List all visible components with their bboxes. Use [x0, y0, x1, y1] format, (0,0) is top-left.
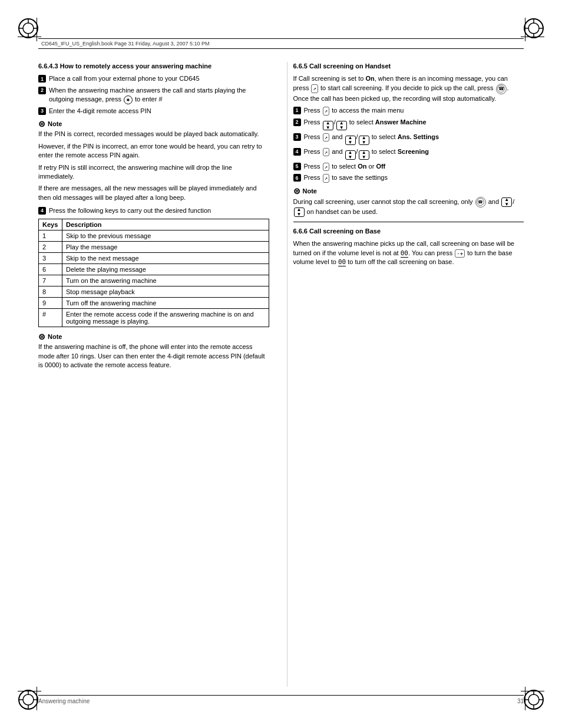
step-665-5-text: Press ↗ to select On or Off: [304, 162, 386, 172]
key-6: 6: [39, 264, 62, 275]
step-665-6-text: Press ↗ to save the settings: [304, 173, 388, 183]
menu-icon-5: ↗: [323, 174, 329, 183]
step-4-badge: 4: [38, 207, 46, 215]
note-icon-1: ⊜: [38, 119, 45, 129]
step-665-2-badge: 2: [293, 118, 301, 126]
step-3: 3 Enter the 4-digit remote access PIN: [38, 107, 269, 116]
section-666-text: When the answering machine picks up the …: [293, 239, 524, 266]
svg-point-1: [23, 23, 34, 34]
table-row: 2 Play the message: [39, 242, 269, 253]
note-1-p4: If there are messages, all the new messa…: [38, 184, 269, 202]
step-4: 4 Press the following keys to carry out …: [38, 206, 269, 215]
key-9: 9: [39, 298, 62, 309]
desc-8: Stop message playback: [62, 286, 269, 298]
menu-icon-3: ↗: [323, 148, 329, 157]
step-665-3-badge: 3: [293, 133, 301, 141]
key-7: 7: [39, 275, 62, 286]
note-label-665: Note: [303, 187, 317, 195]
step-1: 1 Place a call from your external phone …: [38, 74, 269, 83]
corner-decoration-tl: [18, 18, 39, 39]
step-4-text: Press the following keys to carry out th…: [49, 206, 211, 215]
footer-bar: Answering machine 31: [38, 695, 524, 704]
vline-br: [525, 687, 525, 710]
table-row: 1 Skip to the previous message: [39, 230, 269, 242]
step-4-list: 4 Press the following keys to carry out …: [38, 206, 269, 215]
step-3-text: Enter the 4-digit remote access PIN: [49, 107, 151, 116]
vline-bl: [37, 687, 37, 710]
step-1-badge: 1: [38, 75, 46, 83]
table-row: 8 Stop message playback: [39, 286, 269, 298]
svg-point-13: [23, 694, 34, 705]
desc-9: Turn off the answering machine: [62, 298, 269, 309]
col-description: Description: [62, 219, 269, 230]
table-header-row: Keys Description: [39, 219, 269, 230]
key-8: 8: [39, 286, 62, 298]
footer-left: Answering machine: [38, 698, 90, 704]
right-column: 6.6.5 Call screening on Handset If Call …: [287, 62, 524, 687]
volume-symbol: 00: [401, 249, 408, 258]
key-2: 2: [39, 242, 62, 253]
section-666-heading: 6.6.6 Call screening on Base: [293, 227, 524, 236]
step-665-4: 4 Press ↗ and ▲▼/▲▼ to select Screening: [293, 147, 524, 160]
table-row: # Enter the remote access code if the an…: [39, 309, 269, 327]
step-665-2-text: Press ▲▼/▲▼ to select Answer Machine: [304, 118, 427, 130]
note-665-header: ⊜ Note: [293, 186, 524, 196]
step-3-badge: 3: [38, 107, 46, 115]
note-label-2: Note: [48, 333, 62, 340]
note-block-2: ⊜ Note If the answering machine is off, …: [38, 332, 269, 370]
steps-list: 1 Place a call from your external phone …: [38, 74, 269, 116]
svg-point-19: [528, 694, 539, 705]
hline-tl: [18, 37, 41, 37]
header-text: CD645_IFU_US_English.book Page 31 Friday…: [41, 41, 210, 47]
step-665-5: 5 Press ↗ to select On or Off: [293, 162, 524, 172]
step-665-4-text: Press ↗ and ▲▼/▲▼ to select Screening: [304, 147, 429, 160]
hline-br: [521, 691, 544, 691]
step-665-2: 2 Press ▲▼/▲▼ to select Answer Machine: [293, 118, 524, 130]
vline-tr: [525, 18, 525, 41]
note-1-p3: If retry PIN is still incorrect, the ans…: [38, 163, 269, 182]
step-665-4-badge: 4: [293, 148, 301, 156]
updown-icon-4: ▲▼: [359, 136, 369, 145]
desc-1: Skip to the previous message: [62, 230, 269, 242]
step-2: 2 When the answering machine answers the…: [38, 86, 269, 104]
section-665-heading: 6.6.5 Call screening on Handset: [293, 62, 524, 71]
note-1-header: ⊜ Note: [38, 119, 269, 129]
updown-icon-6: ▲▼: [359, 150, 369, 160]
note-1-p1: If the PIN is correct, recorded messages…: [38, 130, 269, 139]
step-665-3-text: Press ↗ and ▲▼/▲▼ to select Ans. Setting…: [304, 133, 439, 145]
step-1-text: Place a call from your external phone to…: [49, 74, 200, 83]
desc-2: Play the message: [62, 242, 269, 253]
content-area: 6.6.4.3 How to remotely access your answ…: [38, 62, 524, 687]
note-icon-665: ⊜: [293, 186, 300, 196]
desc-6: Delete the playing message: [62, 264, 269, 275]
step-665-3: 3 Press ↗ and ▲▼/▲▼ to select Ans. Setti…: [293, 133, 524, 145]
step-2-text: When the answering machine answers the c…: [49, 86, 269, 104]
step-665-5-badge: 5: [293, 163, 301, 170]
volume-key-icon: -+: [455, 249, 465, 258]
note-label-1: Note: [48, 120, 62, 127]
note-block-665: ⊜ Note During call screening, user canno…: [293, 186, 524, 217]
updown-icon-8: ▲▼: [294, 207, 305, 217]
table-row: 7 Turn on the answering machine: [39, 275, 269, 286]
note-665-content: During call screening, user cannot stop …: [293, 197, 524, 217]
table-row: 6 Delete the playing message: [39, 264, 269, 275]
updown-icon-2: ▲▼: [336, 121, 347, 130]
header-bar: CD645_IFU_US_English.book Page 31 Friday…: [38, 38, 524, 49]
table-row: 9 Turn off the answering machine: [39, 298, 269, 309]
col-keys: Keys: [39, 219, 62, 230]
updown-icon-7: ▲▼: [501, 197, 512, 207]
keys-table: Keys Description 1 Skip to the previous …: [38, 219, 269, 327]
section-643-heading: 6.6.4.3 How to remotely access your answ…: [38, 62, 269, 71]
page: CD645_IFU_US_English.book Page 31 Friday…: [0, 0, 562, 728]
speaker-icon: ☎: [496, 84, 507, 94]
volume-00: 00: [338, 258, 346, 266]
hash-key-icon: ✱: [124, 95, 133, 104]
key-1: 1: [39, 230, 62, 242]
svg-point-7: [528, 23, 539, 34]
updown-icon-3: ▲▼: [345, 136, 356, 145]
key-3: 3: [39, 253, 62, 264]
corner-decoration-br: [523, 689, 544, 710]
corner-decoration-bl: [18, 689, 39, 710]
updown-icon-1: ▲▼: [323, 121, 333, 130]
call-icon-1: ↗: [311, 84, 318, 93]
